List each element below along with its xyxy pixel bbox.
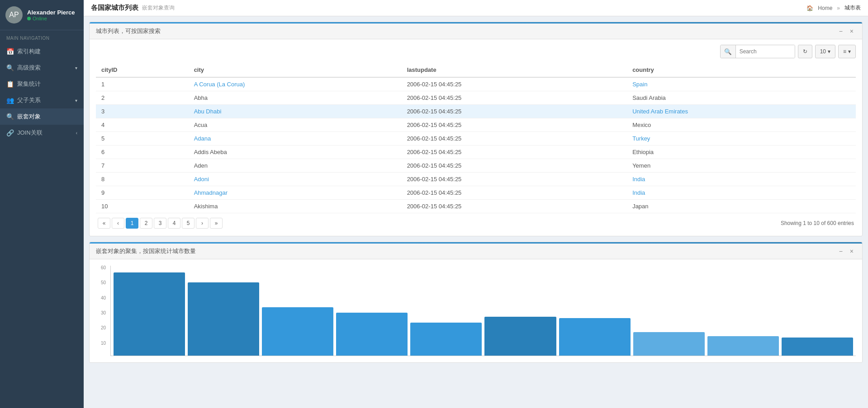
table-row: 7Aden2006-02-15 04:45:25Yemen [96,159,856,173]
refresh-icon: ↻ [803,48,807,55]
cell-city-name: Ahmadnagar [189,186,402,200]
pagination-page-2-button[interactable]: 2 [140,218,152,229]
cell-city-id: 4 [96,118,189,132]
sidebar-item-nested-obj[interactable]: 🔍 嵌套对象 [0,108,84,125]
cell-city-id: 5 [96,132,189,145]
panel1-title: 城市列表，可按国家搜索 [96,27,161,35]
country-link[interactable]: Spain [632,81,647,88]
avatar: AP [5,6,23,23]
bar [707,336,779,356]
bar [262,307,333,356]
search-nested-icon: 🔍 [6,113,14,120]
cell-city-id: 6 [96,145,189,159]
country-link[interactable]: United Arab Emirates [632,108,688,115]
sidebar-item-label: JOIN关联 [17,129,43,137]
cell-city-name: Adana [189,132,402,145]
pagination-page-4-button[interactable]: 4 [168,218,180,229]
count-select-button[interactable]: 10 ▾ [815,45,835,58]
cell-lastupdate: 2006-02-15 04:45:25 [402,173,627,186]
table-row: 1A Corua (La Corua)2006-02-15 04:45:25Sp… [96,77,856,91]
pagination-next-button[interactable]: › [196,218,209,229]
search-icon: 🔍 [6,64,14,71]
chart-panel: 嵌套对象的聚集，按国家统计城市数量 − × 60 50 40 30 20 10 [89,242,863,363]
table-row: 4Acua2006-02-15 04:45:25Mexico [96,118,856,132]
sidebar-item-index-build[interactable]: 📅 索引构建 [0,43,84,60]
city-link[interactable]: A Corua (La Corua) [194,81,245,88]
sidebar-item-join[interactable]: 🔗 JOIN关联 ‹ [0,125,84,141]
pagination-first-button[interactable]: « [98,218,110,229]
panel1-minimize-button[interactable]: − [837,27,845,35]
status-label: Online [33,16,47,21]
cell-city-name: A Corua (La Corua) [189,77,402,91]
cell-lastupdate: 2006-02-15 04:45:25 [402,77,627,91]
search-submit-button[interactable]: 🔍 [721,45,736,58]
cell-country: Spain [627,77,856,91]
pagination-page-1-button[interactable]: 1 [126,218,138,229]
breadcrumb-home[interactable]: Home [818,5,832,11]
country-link[interactable]: Turkey [632,135,650,142]
panel1-body: 🔍 ↻ 10 ▾ ≡ ▾ [90,39,862,236]
panel2-minimize-button[interactable]: − [837,247,845,255]
cell-lastupdate: 2006-02-15 04:45:25 [402,186,627,200]
country-link[interactable]: India [632,189,645,196]
panel2-header: 嵌套对象的聚集，按国家统计城市数量 − × [90,244,862,259]
sidebar-item-parent-child[interactable]: 👥 父子关系 ▾ [0,92,84,108]
top-bar: 各国家城市列表 嵌套对象查询 🏠 Home » 城市表 [84,0,868,16]
y-axis: 60 50 40 30 20 10 [96,266,109,356]
cell-city-id: 10 [96,200,189,213]
cell-country: Japan [627,200,856,213]
table-row: 5Adana2006-02-15 04:45:25Turkey [96,132,856,145]
city-link[interactable]: Ahmadnagar [194,189,228,196]
cell-country: Ethiopia [627,145,856,159]
users-icon: 👥 [6,97,14,104]
sidebar-profile: AP Alexander Pierce Online [0,0,84,30]
cell-city-name: Addis Abeba [189,145,402,159]
user-status: Online [27,16,75,21]
table-row: 9Ahmadnagar2006-02-15 04:45:25India [96,186,856,200]
cell-city-name: Acua [189,118,402,132]
cell-city-id: 2 [96,91,189,105]
sidebar-item-aggregate[interactable]: 📋 聚集统计 [0,76,84,92]
panel2-close-button[interactable]: × [848,247,856,255]
pagination-last-button[interactable]: » [210,218,223,229]
search-input[interactable] [736,45,795,58]
search-box: 🔍 [720,45,795,58]
pagination-page-3-button[interactable]: 3 [154,218,166,229]
cell-city-name: Akishima [189,200,402,213]
city-table: cityID city lastupdate country 1A Corua … [96,63,856,213]
panel2-controls: − × [837,247,856,255]
calendar-icon: 📅 [6,48,14,55]
sidebar-item-advanced-search[interactable]: 🔍 高级搜索 ▾ [0,60,84,76]
cell-lastupdate: 2006-02-15 04:45:25 [402,118,627,132]
cell-city-id: 1 [96,77,189,91]
count-label: 10 [820,48,826,55]
city-link[interactable]: Adana [194,135,211,142]
table-row: 8Adoni2006-02-15 04:45:25India [96,173,856,186]
content-area: 城市列表，可按国家搜索 − × 🔍 ↻ 10 [84,16,868,408]
cell-lastupdate: 2006-02-15 04:45:25 [402,105,627,118]
view-toggle-button[interactable]: ≡ ▾ [838,45,856,58]
link-icon: 🔗 [6,129,14,136]
table-toolbar: 🔍 ↻ 10 ▾ ≡ ▾ [96,45,856,58]
panel1-controls: − × [837,27,856,35]
city-link[interactable]: Adoni [194,176,209,183]
col-cityid: cityID [96,63,189,77]
nav-label: MAIN NAVIGATION [0,30,84,43]
city-link[interactable]: Abu Dhabi [194,108,222,115]
refresh-button[interactable]: ↻ [798,45,812,58]
table-row: 10Akishima2006-02-15 04:45:25Japan [96,200,856,213]
breadcrumb-sub: 嵌套对象查询 [142,4,175,12]
pagination-prev-button[interactable]: ‹ [112,218,124,229]
col-city: city [189,63,402,77]
pagination-page-5-button[interactable]: 5 [182,218,194,229]
col-country: country [627,63,856,77]
chevron-right-icon: ‹ [76,131,77,136]
sidebar: AP Alexander Pierce Online MAIN NAVIGATI… [0,0,84,408]
sidebar-item-label: 高级搜索 [17,64,41,72]
chart-container: 60 50 40 30 20 10 [96,266,856,356]
bars-area [110,266,856,356]
username: Alexander Pierce [27,9,75,16]
bar [336,313,408,356]
panel1-close-button[interactable]: × [848,27,856,35]
country-link[interactable]: India [632,176,645,183]
